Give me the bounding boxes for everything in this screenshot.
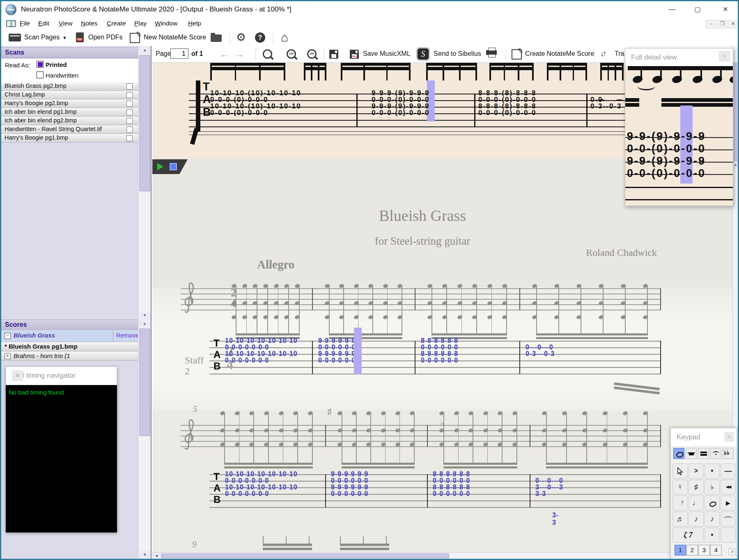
keypad-page-2[interactable]: 2	[686, 545, 698, 555]
scans-scrollbar[interactable]: ▲ ▼	[138, 46, 151, 319]
keypad-tenuto[interactable]: —	[721, 464, 736, 479]
create-notateme-score-button[interactable]: Create NotateMe Score	[525, 50, 594, 57]
remove-score-link[interactable]: Remove	[116, 332, 139, 339]
mdi-restore-button[interactable]: ❐	[717, 20, 727, 28]
zoom-200-icon[interactable]: 200	[307, 49, 317, 59]
scan-file-checkbox[interactable]	[126, 83, 133, 90]
keypad-eighth-note-small[interactable]: ♪	[705, 512, 720, 527]
keypad-page-3[interactable]: 3	[698, 545, 710, 555]
send-to-sibelius-button[interactable]: Send to Sibelius	[434, 50, 481, 57]
help-icon[interactable]: ?	[255, 32, 265, 43]
scan-file-row[interactable]: Ich aber bin elend pg1.bmp	[1, 108, 138, 117]
keypad-accent[interactable]: >	[689, 464, 704, 479]
close-button[interactable]: ✕	[716, 1, 735, 18]
scan-file-checkbox[interactable]	[126, 109, 133, 115]
keypad-play[interactable]: ▶	[721, 496, 736, 511]
scores-scrollbar[interactable]: ▲ ▼	[138, 319, 151, 559]
full-detail-image[interactable]: 9-9-(9)-9-9-90-0-(0)-0-0-09-9-(9)-9-9-90…	[625, 66, 733, 206]
keypad-flat[interactable]: ♭	[705, 480, 720, 495]
keypad-page-4[interactable]: 4	[710, 545, 722, 555]
scan-file-row[interactable]: Blueish Grass pg2.bmp	[1, 82, 138, 91]
scroll-down-icon[interactable]: ▼	[138, 311, 151, 319]
expand-icon[interactable]: +	[5, 353, 11, 359]
keypad-augmentation-dot[interactable]: •	[705, 528, 720, 543]
scan-file-row[interactable]: Harry's Boogie pg2.bmp	[1, 99, 138, 108]
beams-tab[interactable]	[698, 448, 709, 459]
mdi-minimize-button[interactable]: –	[706, 20, 716, 28]
articulations-tab[interactable]	[710, 448, 721, 459]
keypad-blank[interactable]	[721, 528, 736, 543]
scan-file-row[interactable]: Christ Lag.bmp	[1, 91, 138, 99]
menu-item-file[interactable]: File	[20, 20, 30, 27]
transpose-button[interactable]: Tra	[615, 50, 624, 57]
scan-file-checkbox[interactable]	[126, 126, 133, 133]
save-musicxml-button[interactable]: Save MusicXML	[363, 50, 411, 57]
scan-file-row[interactable]: Harry's Boogie pg1.bmp	[1, 134, 138, 142]
printer-icon[interactable]	[486, 50, 497, 55]
zoom-100-icon[interactable]: 100	[287, 49, 296, 59]
menu-item-view[interactable]: View	[59, 20, 72, 27]
scan-file-checkbox[interactable]	[126, 101, 133, 107]
close-icon[interactable]: ×	[12, 370, 23, 381]
keypad-eighth-note[interactable]: ♪	[689, 512, 704, 527]
collapse-icon[interactable]: −	[5, 333, 11, 339]
menu-item-notes[interactable]: Notes	[81, 20, 98, 27]
zoom-icon[interactable]	[263, 49, 272, 59]
open-pdfs-button[interactable]: Open PDFs	[88, 34, 123, 41]
keypad-staccato-dot[interactable]: •	[705, 464, 720, 479]
scan-file-row[interactable]: Ich aber bin elend pg2.bmp	[1, 117, 138, 125]
scan-file-row[interactable]: Handwritten - Ravel String Quartet.tif	[1, 125, 138, 134]
scores-scrollbar-thumb[interactable]	[139, 328, 150, 436]
menu-item-create[interactable]: Create	[107, 20, 126, 27]
keypad-quarter-note[interactable]: ♩	[689, 496, 704, 511]
page-number-input[interactable]	[170, 48, 188, 59]
minimize-button[interactable]: —	[663, 1, 682, 18]
main-vscroll-thumb[interactable]	[734, 62, 737, 162]
menu-item-edit[interactable]: Edit	[38, 20, 49, 27]
maximize-button[interactable]: ▢	[688, 1, 707, 18]
scroll-left-icon[interactable]: ◀	[153, 553, 160, 559]
scans-scrollbar-thumb[interactable]	[139, 55, 150, 191]
scroll-down-icon[interactable]: ▼	[138, 551, 151, 559]
scroll-up-icon[interactable]: ▲	[138, 46, 151, 54]
previous-page-icon[interactable]: ←	[219, 48, 230, 59]
score-row[interactable]: +Brahms - horn trio (1	[1, 351, 138, 361]
chevron-down-icon[interactable]: ▼	[62, 35, 67, 40]
printed-checkbox[interactable]	[37, 61, 44, 68]
score-row[interactable]: * Blueish Grass pg1.bmp	[1, 342, 138, 351]
play-icon[interactable]	[157, 163, 163, 170]
handwritten-checkbox[interactable]	[37, 71, 44, 78]
scan-pages-button[interactable]: Scan Pages	[24, 34, 60, 41]
mdi-close-button[interactable]: ✕	[728, 20, 738, 28]
keypad-rewind[interactable]: ◀◀	[721, 480, 736, 495]
keypad-sharp[interactable]: ♯	[689, 480, 704, 495]
resize-grip-icon[interactable]: ⇲	[728, 548, 735, 555]
keypad-page-1[interactable]: 1	[675, 545, 686, 555]
menu-item-window[interactable]: Window	[155, 20, 177, 27]
close-icon[interactable]: ×	[719, 51, 730, 62]
keypad-rests[interactable]: ζ 7	[672, 528, 704, 543]
scroll-up-icon[interactable]: ▲	[138, 319, 151, 328]
home-icon[interactable]: ⌂	[281, 31, 288, 44]
next-page-icon[interactable]: →	[234, 48, 245, 59]
scroll-up-icon[interactable]: ▲	[733, 161, 738, 169]
scan-file-checkbox[interactable]	[126, 92, 133, 98]
close-icon[interactable]: ×	[724, 432, 734, 442]
keypad-pointer-tool[interactable]	[672, 464, 688, 479]
save-icon[interactable]	[329, 50, 338, 59]
transpose-updown-icon[interactable]: ↓↑	[600, 49, 606, 58]
score-row[interactable]: −Blueish GrassRemove	[1, 330, 138, 342]
save-musicxml-icon[interactable]: XML	[350, 50, 359, 59]
rests-tab[interactable]	[686, 448, 697, 459]
keypad-quarter-note-down[interactable]: ♩	[672, 496, 688, 511]
gear-icon[interactable]: ⚙	[236, 32, 246, 43]
scan-file-checkbox[interactable]	[126, 135, 133, 141]
new-notateme-score-button[interactable]: New NotateMe Score	[144, 34, 206, 41]
keypad-natural[interactable]: ♮	[672, 480, 688, 495]
menu-item-help[interactable]: Help	[188, 20, 201, 27]
keypad-tie[interactable]: ⌒	[721, 512, 736, 527]
keypad-whole-note[interactable]	[705, 496, 720, 511]
open-folder-icon[interactable]	[211, 34, 222, 42]
main-hscroll-thumb[interactable]	[161, 553, 449, 558]
scan-file-checkbox[interactable]	[126, 118, 133, 124]
